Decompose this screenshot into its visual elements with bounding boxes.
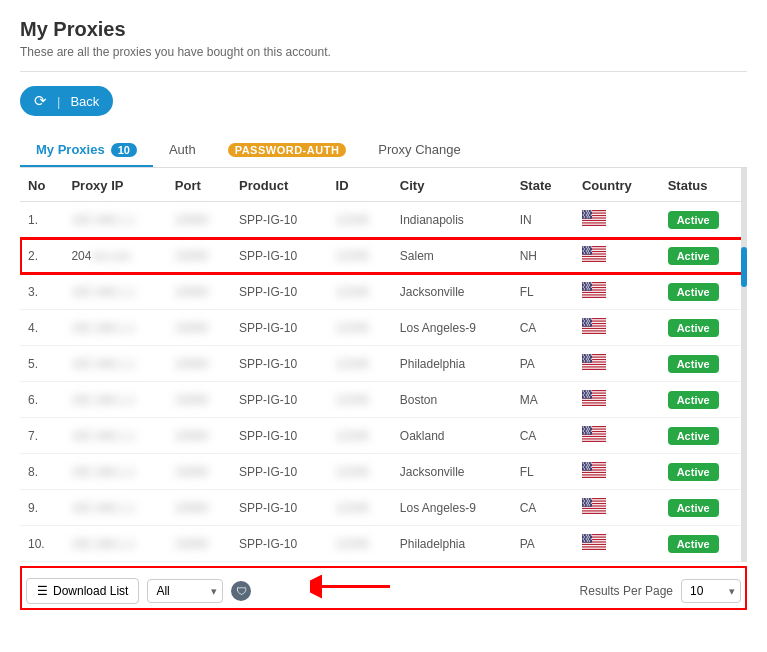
cell-proxy-ip: 192.168.1.1: [63, 274, 166, 310]
filter-select[interactable]: All Active Inactive: [147, 579, 223, 603]
cell-product: SPP-IG-10: [231, 418, 327, 454]
cell-port: 10000: [167, 238, 231, 274]
cell-no: 8.: [20, 454, 63, 490]
svg-rect-72: [582, 332, 606, 333]
table-row[interactable]: 3. 192.168.1.1 10000 SPP-IG-10 12345 Jac…: [20, 274, 747, 310]
shield-icon[interactable]: 🛡: [231, 581, 251, 601]
svg-rect-182: [582, 512, 606, 513]
col-id: ID: [328, 168, 392, 202]
cell-no: 6.: [20, 382, 63, 418]
tab-my-proxies[interactable]: My Proxies 10: [20, 134, 153, 167]
table-row[interactable]: 2. 204xxx.xxx 10000 SPP-IG-10 12345 Sale…: [20, 238, 747, 274]
cell-status: Active: [660, 202, 747, 238]
cell-product: SPP-IG-10: [231, 454, 327, 490]
svg-rect-28: [582, 260, 606, 261]
cell-city: Los Angeles-9: [392, 490, 512, 526]
cell-port: 10000: [167, 526, 231, 562]
cell-state: MA: [512, 382, 574, 418]
cell-id: 12345: [328, 238, 392, 274]
svg-rect-93: [582, 365, 606, 366]
table-row[interactable]: 10. 192.168.1.1 10000 SPP-IG-10 12345 Ph…: [20, 526, 747, 562]
cell-status: Active: [660, 382, 747, 418]
col-country: Country: [574, 168, 660, 202]
cell-port: 10000: [167, 454, 231, 490]
tab-auth[interactable]: Auth: [153, 134, 212, 167]
table-row[interactable]: 4. 192.168.1.1 10000 SPP-IG-10 12345 Los…: [20, 310, 747, 346]
cell-port: 10000: [167, 382, 231, 418]
svg-rect-115: [582, 401, 606, 402]
table-row[interactable]: 9. 192.168.1.1 10000 SPP-IG-10 12345 Los…: [20, 490, 747, 526]
col-status: Status: [660, 168, 747, 202]
table-row[interactable]: 1. 192.168.1.1 10000 SPP-IG-10 12345 Ind…: [20, 202, 747, 238]
table-row[interactable]: 7. 192.168.1.1 10000 SPP-IG-10 12345 Oak…: [20, 418, 747, 454]
cell-status: Active: [660, 346, 747, 382]
cell-proxy-ip: 192.168.1.1: [63, 202, 166, 238]
svg-text:★: ★: [588, 431, 591, 435]
cell-city: Jacksonville: [392, 454, 512, 490]
cell-country: ★★★★ ★★★ ★★★★ ★★★: [574, 454, 660, 490]
col-state: State: [512, 168, 574, 202]
cell-product: SPP-IG-10: [231, 202, 327, 238]
cell-city: Philadelphia: [392, 526, 512, 562]
cell-proxy-ip: 204xxx.xxx: [63, 238, 166, 274]
cell-no: 10.: [20, 526, 63, 562]
cell-proxy-ip: 192.168.1.1: [63, 454, 166, 490]
cell-id: 12345: [328, 418, 392, 454]
cell-product: SPP-IG-10: [231, 526, 327, 562]
cell-country: ★★★★ ★★★ ★★★★ ★★★: [574, 310, 660, 346]
download-list-label: Download List: [53, 584, 128, 598]
cell-status: Active: [660, 310, 747, 346]
tab-my-proxies-label: My Proxies: [36, 142, 105, 157]
tab-proxy-change[interactable]: Proxy Change: [362, 134, 476, 167]
table-row[interactable]: 6. 192.168.1.1 10000 SPP-IG-10 12345 Bos…: [20, 382, 747, 418]
back-label: Back: [70, 94, 99, 109]
tab-proxy-change-label: Proxy Change: [378, 142, 460, 157]
cell-id: 12345: [328, 310, 392, 346]
download-list-button[interactable]: ☰ Download List: [26, 578, 139, 604]
cell-status: Active: [660, 526, 747, 562]
cell-state: IN: [512, 202, 574, 238]
svg-text:★: ★: [588, 467, 591, 471]
cell-city: Salem: [392, 238, 512, 274]
svg-rect-6: [582, 224, 606, 225]
status-badge: Active: [668, 247, 719, 265]
cell-product: SPP-IG-10: [231, 346, 327, 382]
svg-rect-5: [582, 221, 606, 222]
table-row[interactable]: 8. 192.168.1.1 10000 SPP-IG-10 12345 Jac…: [20, 454, 747, 490]
divider-char: |: [57, 94, 60, 109]
cell-state: PA: [512, 526, 574, 562]
cell-city: Indianapolis: [392, 202, 512, 238]
per-page-select-wrapper: 10 25 50 100: [681, 579, 741, 603]
results-per-page-label: Results Per Page: [580, 584, 673, 598]
cell-proxy-ip: 192.168.1.1: [63, 526, 166, 562]
cell-id: 12345: [328, 490, 392, 526]
cell-no: 7.: [20, 418, 63, 454]
cell-city: Los Angeles-9: [392, 310, 512, 346]
status-badge: Active: [668, 427, 719, 445]
header-divider: [20, 71, 747, 72]
scrollbar[interactable]: [741, 168, 747, 562]
cell-product: SPP-IG-10: [231, 238, 327, 274]
status-badge: Active: [668, 319, 719, 337]
table-row[interactable]: 5. 192.168.1.1 10000 SPP-IG-10 12345 Phi…: [20, 346, 747, 382]
tab-password-auth[interactable]: PASSWORD-AUTH: [212, 135, 363, 167]
table-footer: ☰ Download List All Active Inactive 🛡 Re…: [20, 566, 747, 610]
cell-id: 12345: [328, 382, 392, 418]
back-button[interactable]: ⟳ | Back: [20, 86, 113, 116]
cell-id: 12345: [328, 526, 392, 562]
col-port: Port: [167, 168, 231, 202]
status-badge: Active: [668, 355, 719, 373]
per-page-select[interactable]: 10 25 50 100: [681, 579, 741, 603]
svg-rect-160: [582, 476, 606, 477]
cell-no: 1.: [20, 202, 63, 238]
cell-product: SPP-IG-10: [231, 310, 327, 346]
svg-rect-94: [582, 368, 606, 369]
cell-status: Active: [660, 418, 747, 454]
cell-no: 9.: [20, 490, 63, 526]
page-title: My Proxies: [20, 18, 747, 41]
cell-no: 2.: [20, 238, 63, 274]
tab-auth-label: Auth: [169, 142, 196, 157]
proxy-table-wrapper: No Proxy IP Port Product ID City State C…: [20, 168, 747, 562]
cell-status: Active: [660, 238, 747, 274]
status-badge: Active: [668, 463, 719, 481]
